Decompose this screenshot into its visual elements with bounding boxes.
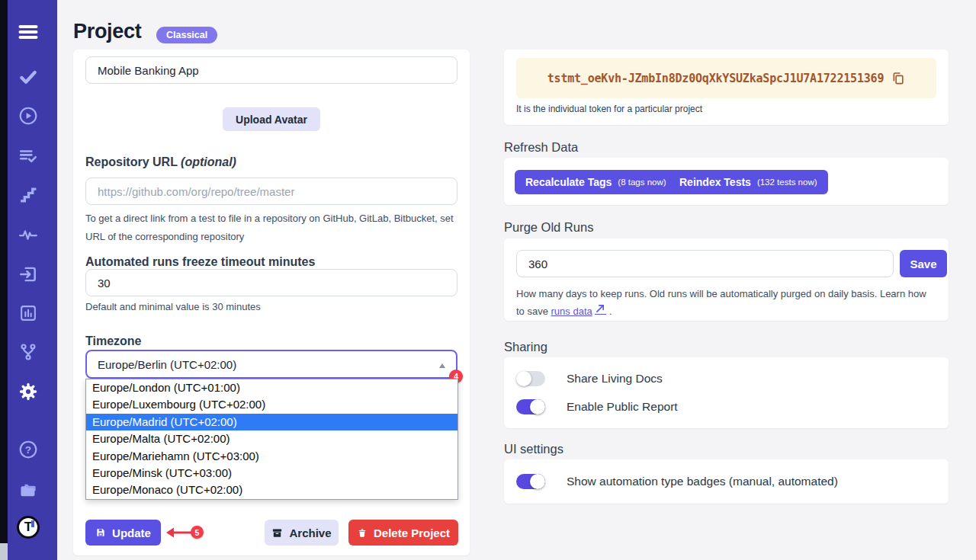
- trash-icon: [357, 527, 368, 539]
- update-step-badge: 5: [191, 526, 204, 539]
- check-icon[interactable]: [18, 67, 38, 87]
- reindex-tests-button[interactable]: Reindex Tests (132 tests now): [669, 170, 828, 194]
- menu-icon[interactable]: [18, 24, 39, 40]
- toggle-label: Show automation type badges (manual, aut…: [567, 475, 838, 488]
- enable-public-report-toggle[interactable]: [516, 399, 545, 414]
- share-living-docs-row: Share Living Docs: [516, 371, 663, 386]
- tags-count: (8 tags now): [618, 178, 666, 187]
- timezone-option[interactable]: Europe/Monaco (UTC+02:00): [86, 482, 458, 498]
- page-title: Project: [73, 20, 141, 43]
- purge-old-runs-card: Save How many days to keep runs. Old run…: [504, 238, 949, 321]
- list-check-icon[interactable]: [18, 146, 38, 166]
- copy-icon[interactable]: [891, 71, 905, 85]
- purge-help-text: How many days to keep runs. Old runs wil…: [516, 285, 934, 320]
- save-icon: [95, 527, 106, 538]
- upload-avatar-button[interactable]: Upload Avatar: [223, 107, 320, 131]
- project-name-input[interactable]: [85, 56, 458, 84]
- purge-old-runs-heading: Purge Old Runs: [504, 220, 593, 235]
- recalculate-tags-button[interactable]: Recalculate Tags (8 tags now): [515, 170, 677, 194]
- token-box: tstmt_oeKvh-JZmbIn8Dz0OqXkYSUZkaSpcJ1U7A…: [516, 58, 936, 98]
- share-living-docs-toggle[interactable]: [516, 371, 545, 386]
- project-token-value: tstmt_oeKvh-JZmbIn8Dz0OqXkYSUZkaSpcJ1U7A…: [547, 72, 884, 85]
- sharing-card: Share Living Docs Enable Public Report: [504, 357, 949, 428]
- enable-public-report-row: Enable Public Report: [516, 399, 678, 414]
- toggle-label: Enable Public Report: [567, 400, 678, 414]
- runs-data-link[interactable]: runs data: [551, 306, 592, 317]
- toggle-label: Share Living Docs: [567, 372, 663, 386]
- refresh-data-card: Recalculate Tags (8 tags now) Reindex Te…: [504, 158, 949, 205]
- timezone-option[interactable]: Europe/Malta (UTC+02:00): [86, 430, 458, 447]
- bar-chart-icon[interactable]: [19, 304, 38, 323]
- help-icon[interactable]: ?: [18, 440, 38, 459]
- project-type-badge: Classical: [156, 27, 217, 43]
- timezone-option[interactable]: Europe/Luxembourg (UTC+02:00): [86, 396, 458, 413]
- token-help-text: It is the individual token for a particu…: [516, 104, 702, 114]
- timezone-label: Timezone: [85, 334, 142, 348]
- sidebar: ? T: [0, 0, 57, 560]
- play-circle-icon[interactable]: [18, 106, 38, 126]
- sharing-heading: Sharing: [504, 340, 547, 354]
- timezone-option-highlighted[interactable]: Europe/Madrid (UTC+02:00): [86, 414, 458, 430]
- delete-project-button[interactable]: Delete Project: [348, 520, 458, 546]
- external-link-icon[interactable]: [595, 304, 606, 315]
- import-icon[interactable]: [18, 264, 38, 284]
- folders-icon[interactable]: [18, 480, 39, 501]
- sidebar-nav: ? T: [8, 0, 49, 560]
- api-token-card: tstmt_oeKvh-JZmbIn8Dz0OqXkYSUZkaSpcJ1U7A…: [504, 50, 949, 125]
- purge-days-input[interactable]: [516, 250, 894, 277]
- timezone-select[interactable]: Europe/Berlin (UTC+02:00): [85, 350, 458, 379]
- left-edge-strip: [0, 0, 8, 560]
- timezone-option[interactable]: Europe/London (UTC+01:00): [86, 379, 458, 396]
- chevron-up-icon: [439, 363, 445, 368]
- ui-settings-card: Show automation type badges (manual, aut…: [504, 459, 949, 504]
- ui-settings-heading: UI settings: [504, 442, 563, 456]
- timezone-option[interactable]: Europe/Minsk (UTC+03:00): [86, 465, 458, 482]
- left-edge-strip-foot: [0, 543, 8, 560]
- tests-count: (132 tests now): [757, 178, 817, 187]
- archive-icon: [271, 527, 283, 539]
- automation-badges-row: Show automation type badges (manual, aut…: [516, 474, 838, 489]
- project-settings-card: Upload Avatar Repository URL (optional) …: [73, 50, 470, 555]
- steps-icon[interactable]: [19, 186, 38, 205]
- automation-badges-toggle[interactable]: [516, 474, 545, 489]
- repo-help-text: To get a direct link from a test to file…: [85, 210, 458, 246]
- refresh-data-heading: Refresh Data: [504, 140, 578, 155]
- app-logo[interactable]: T: [17, 516, 40, 539]
- timeout-label: Automated runs freeze timeout minutes: [85, 255, 315, 269]
- timezone-option[interactable]: Europe/Mariehamn (UTC+03:00): [86, 448, 458, 465]
- save-button[interactable]: Save: [900, 250, 947, 277]
- repo-optional-label: (optional): [181, 155, 236, 168]
- repo-url-input[interactable]: [85, 178, 458, 205]
- repo-url-label: Repository URL (optional): [85, 155, 236, 169]
- timeout-input[interactable]: [85, 269, 458, 296]
- timezone-selected-value: Europe/Berlin (UTC+02:00): [98, 358, 236, 371]
- update-button[interactable]: Update: [85, 520, 161, 546]
- form-actions: Update 5 Archive Delete Project: [73, 520, 470, 546]
- timezone-dropdown: Europe/London (UTC+01:00) Europe/Luxembo…: [85, 379, 458, 500]
- svg-text:?: ?: [25, 444, 31, 456]
- timeout-help-text: Default and minimal value is 30 minutes: [85, 298, 261, 316]
- pulse-icon[interactable]: [18, 225, 38, 245]
- branch-icon[interactable]: [18, 342, 38, 362]
- gear-icon[interactable]: [18, 381, 39, 402]
- archive-button[interactable]: Archive: [265, 520, 339, 546]
